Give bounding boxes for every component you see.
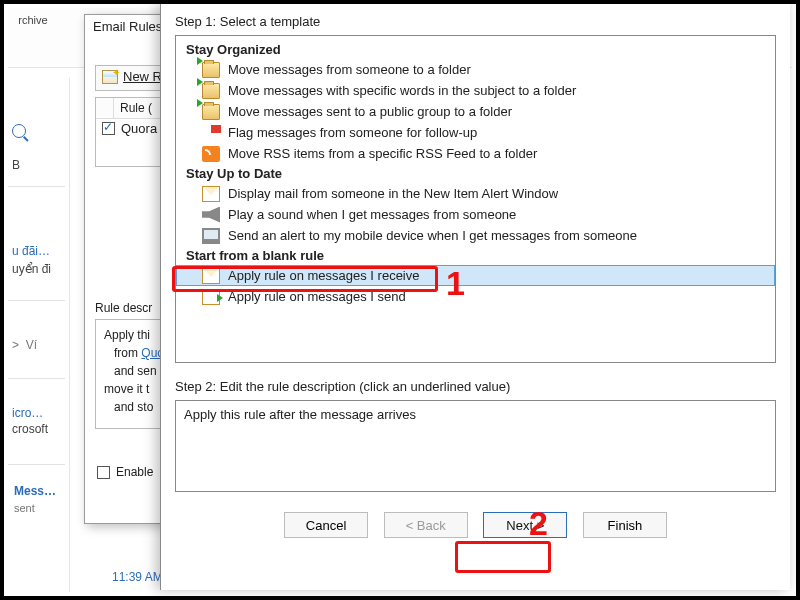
rule-description-label: Rule descr	[95, 301, 152, 315]
timestamp: 11:39 AM	[112, 570, 163, 584]
tmpl-apply-send[interactable]: Apply rule on messages I send	[176, 286, 775, 307]
sidebar-caret[interactable]: > Ví	[12, 338, 65, 352]
tmpl-move-rss[interactable]: Move RSS items from a specific RSS Feed …	[176, 143, 775, 164]
rules-dialog-title: Email Rules	[93, 19, 162, 34]
tmpl-label: Move messages sent to a public group to …	[228, 104, 512, 119]
step2-label: Step 2: Edit the rule description (click…	[175, 379, 776, 394]
enable-rules-row[interactable]: Enable	[97, 465, 153, 479]
mail-in-icon	[202, 268, 220, 284]
mail-alert-icon	[202, 186, 220, 202]
b-label: B	[12, 158, 65, 172]
rules-wizard: Step 1: Select a template Stay Organized…	[160, 4, 790, 590]
sidebar-message-link[interactable]: Mess…	[14, 484, 56, 498]
desc2-text: Apply this rule after the message arrive…	[184, 407, 416, 422]
rule-row-label: Quora	[121, 121, 157, 136]
wizard-buttons: Cancel < Back Next > Finish	[175, 512, 776, 538]
tmpl-label: Flag messages from someone for follow-up	[228, 125, 477, 140]
new-rule-label: New R	[123, 69, 162, 84]
sidebar-sent-label: sent	[14, 502, 35, 514]
rss-icon	[202, 146, 220, 162]
enable-checkbox[interactable]	[97, 466, 110, 479]
template-list[interactable]: Stay Organized Move messages from someon…	[175, 35, 776, 363]
back-button: < Back	[384, 512, 468, 538]
new-rule-icon: ✦	[102, 70, 118, 84]
tmpl-apply-receive[interactable]: Apply rule on messages I receive	[176, 265, 775, 286]
tmpl-label: Apply rule on messages I receive	[228, 268, 419, 283]
group-blank: Start from a blank rule	[176, 246, 775, 265]
new-rule-button[interactable]: ✦ New R	[102, 69, 162, 84]
tmpl-flag[interactable]: Flag messages from someone for follow-up	[176, 122, 775, 143]
rule-row-checkbox[interactable]	[102, 122, 115, 135]
finish-button[interactable]: Finish	[583, 512, 667, 538]
mail-out-icon	[202, 289, 220, 305]
tmpl-label: Move messages with specific words in the…	[228, 83, 576, 98]
tmpl-label: Play a sound when I get messages from so…	[228, 207, 516, 222]
tmpl-label: Display mail from someone in the New Ite…	[228, 186, 558, 201]
tmpl-label: Move messages from someone to a folder	[228, 62, 471, 77]
tmpl-label: Move RSS items from a specific RSS Feed …	[228, 146, 537, 161]
folder-pane: B u đãi… uyển đi > Ví icro… crosoft	[8, 78, 70, 592]
step1-label: Step 1: Select a template	[175, 14, 776, 29]
tmpl-move-from[interactable]: Move messages from someone to a folder	[176, 59, 775, 80]
enable-label: Enable	[116, 465, 153, 479]
tmpl-label: Send an alert to my mobile device when I…	[228, 228, 637, 243]
phone-icon	[202, 228, 220, 244]
folder-move-icon	[202, 104, 220, 120]
speaker-icon	[202, 207, 220, 223]
next-button[interactable]: Next >	[483, 512, 567, 538]
search-icon[interactable]	[12, 124, 26, 138]
tmpl-display-alert[interactable]: Display mail from someone in the New Ite…	[176, 183, 775, 204]
rule-description-preview[interactable]: Apply this rule after the message arrive…	[175, 400, 776, 492]
tmpl-move-public[interactable]: Move messages sent to a public group to …	[176, 101, 775, 122]
sidebar-folder-uudai[interactable]: u đãi…	[12, 244, 65, 258]
tmpl-send-mobile[interactable]: Send an alert to my mobile device when I…	[176, 225, 775, 246]
archive-button[interactable]: rchive	[8, 14, 58, 26]
sidebar-micro-link[interactable]: icro…	[12, 406, 65, 420]
folder-move-icon	[202, 83, 220, 99]
tmpl-play-sound[interactable]: Play a sound when I get messages from so…	[176, 204, 775, 225]
tmpl-move-subject[interactable]: Move messages with specific words in the…	[176, 80, 775, 101]
group-stay-up: Stay Up to Date	[176, 164, 775, 183]
folder-move-icon	[202, 62, 220, 78]
cancel-button[interactable]: Cancel	[284, 512, 368, 538]
sidebar-micro-label: crosoft	[12, 422, 65, 436]
sidebar-folder-uyendi[interactable]: uyển đi	[12, 262, 65, 276]
tmpl-label: Apply rule on messages I send	[228, 289, 406, 304]
group-stay-organized: Stay Organized	[176, 40, 775, 59]
